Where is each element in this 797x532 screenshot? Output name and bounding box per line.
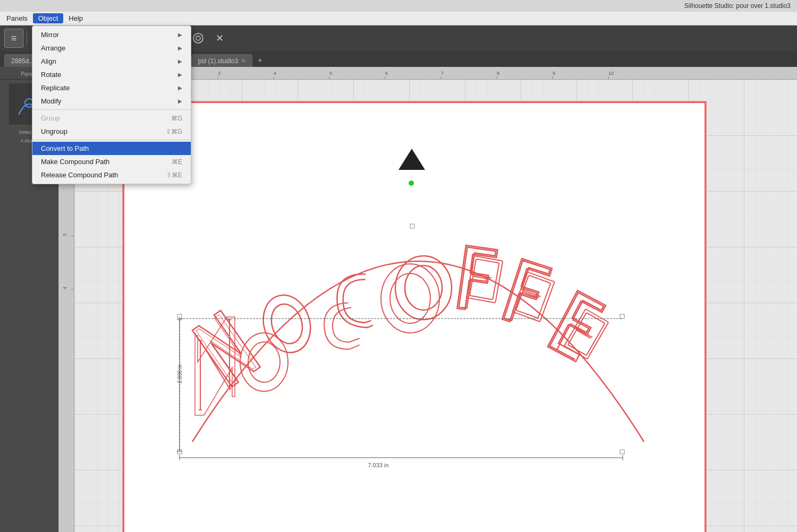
rotate-arrow: ▶ [178,72,182,78]
menu-align-label: Align [41,57,56,65]
menu-replicate-label: Replicate [41,84,70,92]
menu-rotate[interactable]: Rotate ▶ [32,68,191,81]
mirror-arrow: ▶ [178,32,182,38]
release-compound-shortcut: ⇧⌘E [166,171,182,179]
menu-release-compound[interactable]: Release Compound Path ⇧⌘E [32,168,191,182]
menu-group[interactable]: Group ⌘G [32,111,191,125]
menu-make-compound[interactable]: Make Compound Path ⌘E [32,155,191,168]
group-shortcut: ⌘G [171,115,182,122]
menu-arrange[interactable]: Arrange ▶ [32,41,191,55]
menu-convert-label: Convert to Path [41,144,89,152]
sep-1 [32,109,191,110]
menu-panels[interactable]: Panels [1,13,33,23]
menu-group-label: Group [41,114,60,122]
menu-object[interactable]: Object [33,13,64,23]
dropdown-overlay: Mirror ▶ Arrange ▶ Align ▶ Rotate ▶ Repl… [0,25,797,532]
replicate-arrow: ▶ [178,85,182,91]
title-text: Silhouette Studio: pour over 1.studio3 [684,2,791,10]
menu-ungroup-label: Ungroup [41,127,67,135]
align-arrow: ▶ [178,58,182,64]
menu-bar: Panels Object Help [0,12,797,25]
menu-modify-label: Modify [41,97,61,105]
menu-replicate[interactable]: Replicate ▶ [32,81,191,95]
menu-help[interactable]: Help [63,13,88,23]
arrange-arrow: ▶ [178,45,182,51]
menu-arrange-label: Arrange [41,44,65,52]
menu-mirror-label: Mirror [41,31,59,39]
title-bar: Silhouette Studio: pour over 1.studio3 [0,0,797,12]
menu-make-compound-label: Make Compound Path [41,158,109,166]
make-compound-shortcut: ⌘E [172,158,182,166]
modify-arrow: ▶ [178,98,182,104]
menu-ungroup[interactable]: Ungroup ⇧⌘G [32,125,191,138]
menu-rotate-label: Rotate [41,71,61,79]
menu-align[interactable]: Align ▶ [32,55,191,68]
menu-release-compound-label: Release Compound Path [41,171,118,179]
menu-mirror[interactable]: Mirror ▶ [32,28,191,41]
sep-2 [32,140,191,140]
object-menu: Mirror ▶ Arrange ▶ Align ▶ Rotate ▶ Repl… [32,25,191,184]
ungroup-shortcut: ⇧⌘G [166,128,182,135]
menu-convert-to-path[interactable]: Convert to Path [32,142,191,155]
menu-modify[interactable]: Modify ▶ [32,95,191,108]
